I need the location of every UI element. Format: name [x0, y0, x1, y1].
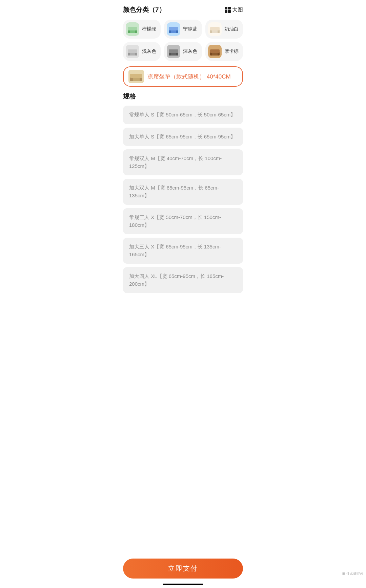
page-container: 颜色分类（7） 大图 柠檬绿 [117, 0, 249, 588]
spec-label-3: 常规双人 M【宽 40cm-70cm，长 100cm-125cm】 [129, 155, 222, 169]
spec-label-7: 加大四人 XL【宽 65cm-95cm，长 165cm-200cm】 [129, 273, 224, 287]
color-label-mocha-brown: 摩卡棕 [224, 48, 239, 55]
svg-rect-4 [128, 27, 137, 30]
color-option-dark-gray[interactable]: 深灰色 [164, 42, 202, 61]
color-thumb-dark-gray [167, 45, 180, 58]
color-option-mocha-brown[interactable]: 摩卡棕 [205, 42, 243, 61]
color-thumb-light-gray [126, 45, 139, 58]
spec-option-6[interactable]: 加大三人 X【宽 65cm-95cm，长 135cm-165cm】 [123, 238, 243, 264]
bottom-bar: 立即支付 [117, 555, 249, 588]
selected-item-thumbnail [128, 70, 144, 83]
color-label-dark-gray: 深灰色 [183, 48, 197, 55]
spec-label-6: 加大三人 X【宽 65cm-95cm，长 135cm-165cm】 [129, 244, 221, 257]
spec-option-3[interactable]: 常规双人 M【宽 40cm-70cm，长 100cm-125cm】 [123, 149, 243, 175]
section-title: 颜色分类（7） [123, 5, 165, 14]
color-option-cream-white[interactable]: 奶油白 [205, 20, 243, 39]
color-option-lemon-green[interactable]: 柠檬绿 [123, 20, 161, 39]
pay-button[interactable]: 立即支付 [123, 559, 243, 579]
svg-rect-24 [169, 49, 178, 53]
color-label-lemon-green: 柠檬绿 [142, 26, 156, 32]
svg-rect-29 [210, 49, 220, 53]
color-option-quiet-blue[interactable]: 宁静蓝 [164, 20, 202, 39]
large-view-label: 大图 [232, 6, 243, 14]
spec-label-5: 常规三人 X【宽 50cm-70cm，长 150cm-180cm】 [129, 214, 221, 228]
svg-rect-34 [130, 74, 142, 78]
color-label-cream-white: 奶油白 [224, 26, 239, 32]
svg-rect-14 [210, 27, 220, 30]
svg-rect-9 [169, 27, 178, 30]
spec-option-2[interactable]: 加大单人 S【宽 65cm-95cm，长 65cm-95cm】 [123, 128, 243, 146]
spec-option-1[interactable]: 常规单人 S【宽 50cm-65cm，长 50cm-65cm】 [123, 106, 243, 124]
color-thumb-cream-white [208, 22, 222, 36]
color-options-grid: 柠檬绿 宁静蓝 [117, 18, 249, 64]
home-indicator [163, 584, 203, 585]
spec-label-2: 加大单人 S【宽 65cm-95cm，长 65cm-95cm】 [129, 134, 236, 139]
spec-label-4: 加大双人 M【宽 65cm-95cm，长 65cm-135cm】 [129, 185, 219, 198]
color-option-light-gray[interactable]: 浅灰色 [123, 42, 161, 61]
selected-item-row[interactable]: 凉席坐垫（款式随机） 40*40CM [123, 66, 243, 87]
specs-section: 规格 常规单人 S【宽 50cm-65cm，长 50cm-65cm】 加大单人 … [117, 92, 249, 293]
spec-option-7[interactable]: 加大四人 XL【宽 65cm-95cm，长 165cm-200cm】 [123, 267, 243, 293]
large-view-button[interactable]: 大图 [225, 6, 243, 14]
selected-item-label: 凉席坐垫（款式随机） 40*40CM [147, 73, 231, 81]
color-thumb-lemon-green [126, 22, 139, 36]
section-header: 颜色分类（7） 大图 [117, 0, 249, 18]
spec-label-1: 常规单人 S【宽 50cm-65cm，长 50cm-65cm】 [129, 112, 236, 117]
specs-title: 规格 [123, 92, 243, 101]
color-label-light-gray: 浅灰色 [142, 48, 156, 55]
color-thumb-mocha-brown [208, 45, 222, 58]
color-label-quiet-blue: 宁静蓝 [183, 26, 197, 32]
svg-rect-19 [128, 49, 137, 53]
spec-option-5[interactable]: 常规三人 X【宽 50cm-70cm，长 150cm-180cm】 [123, 208, 243, 234]
color-thumb-quiet-blue [167, 22, 180, 36]
spec-option-4[interactable]: 加大双人 M【宽 65cm-95cm，长 65cm-135cm】 [123, 179, 243, 205]
grid-icon [225, 7, 231, 13]
